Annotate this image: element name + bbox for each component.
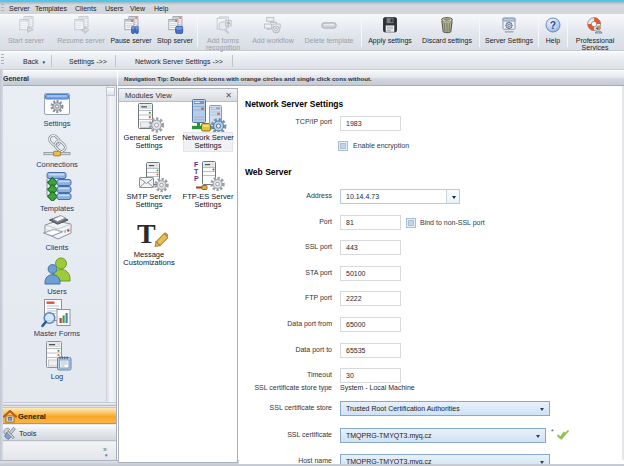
svg-text:?: ? bbox=[550, 20, 556, 31]
svg-text:F: F bbox=[194, 161, 199, 168]
svg-text:P: P bbox=[194, 175, 199, 182]
svg-text:T: T bbox=[137, 219, 156, 249]
svg-text:T: T bbox=[194, 168, 199, 175]
